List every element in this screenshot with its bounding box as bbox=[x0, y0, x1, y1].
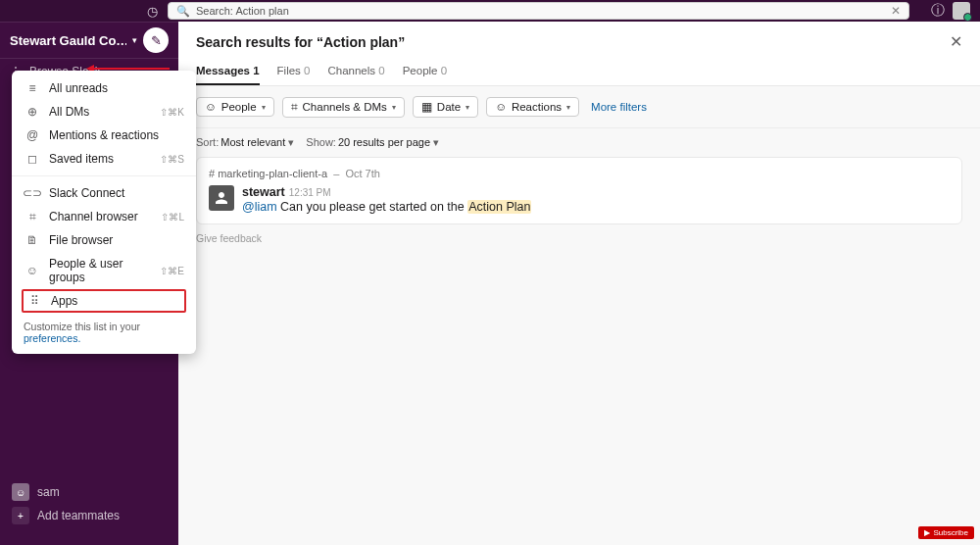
chevron-down-icon: ▾ bbox=[132, 35, 137, 45]
history-icon[interactable]: ◷ bbox=[147, 4, 158, 19]
tab-channels[interactable]: Channels 0 bbox=[327, 61, 384, 85]
plus-icon: + bbox=[12, 507, 29, 524]
list-icon: ≡ bbox=[24, 81, 41, 95]
preferences-link[interactable]: preferences. bbox=[24, 332, 80, 344]
at-icon: @ bbox=[24, 128, 41, 142]
dd-all-unreads[interactable]: ≡All unreads bbox=[12, 76, 196, 100]
search-input[interactable]: 🔍 Search: Action plan ✕ bbox=[168, 2, 909, 20]
filter-channels[interactable]: ⌗Channels & DMs▾ bbox=[282, 97, 405, 118]
connect-icon: ⊂⊃ bbox=[24, 186, 41, 200]
chevron-down-icon: ▾ bbox=[392, 103, 396, 112]
smile-icon: ☺ bbox=[495, 101, 507, 113]
give-feedback[interactable]: Give feedback bbox=[196, 232, 962, 244]
channel-icon: ⌗ bbox=[291, 101, 298, 114]
search-icon: 🔍 bbox=[176, 5, 190, 18]
dd-people[interactable]: ☺People & user groups⇧⌘E bbox=[12, 252, 196, 289]
dd-all-dms[interactable]: ⊕All DMs⇧⌘K bbox=[12, 100, 196, 124]
chevron-down-icon: ▾ bbox=[262, 103, 266, 112]
tab-messages[interactable]: Messages 1 bbox=[196, 61, 260, 85]
filter-reactions[interactable]: ☺Reactions▾ bbox=[486, 97, 579, 117]
mention[interactable]: @liam bbox=[242, 200, 277, 214]
show-control[interactable]: Show:20 results per page ▾ bbox=[306, 136, 439, 149]
dd-mentions[interactable]: @Mentions & reactions bbox=[12, 124, 196, 147]
more-filters[interactable]: More filters bbox=[591, 101, 647, 113]
dd-file-browser[interactable]: 🗎File browser bbox=[12, 228, 196, 252]
clear-search-icon[interactable]: ✕ bbox=[891, 4, 901, 18]
close-icon[interactable]: ✕ bbox=[950, 32, 962, 51]
person-icon: ☺ bbox=[205, 101, 217, 113]
avatar[interactable] bbox=[953, 2, 970, 20]
compose-button[interactable]: ✎ bbox=[143, 27, 169, 53]
dd-channel-browser[interactable]: ⌗Channel browser⇧⌘L bbox=[12, 205, 196, 228]
user-avatar bbox=[209, 185, 234, 211]
youtube-subscribe[interactable]: ▶ Subscribe bbox=[918, 526, 974, 539]
calendar-icon: ▦ bbox=[421, 100, 432, 114]
chevron-down-icon: ▾ bbox=[466, 103, 469, 112]
tab-people[interactable]: People 0 bbox=[403, 61, 447, 85]
hash-icon: ⌗ bbox=[24, 210, 41, 223]
help-icon[interactable]: ⓘ bbox=[931, 2, 945, 20]
annotation-arrow bbox=[93, 68, 170, 70]
search-result[interactable]: # marketing-plan-client-a – Oct 7th stew… bbox=[196, 157, 962, 224]
dd-saved[interactable]: ◻Saved items⇧⌘S bbox=[12, 147, 196, 171]
sort-control[interactable]: Sort:Most relevant ▾ bbox=[196, 136, 294, 149]
user-avatar-icon: ☺ bbox=[12, 483, 29, 501]
dm-icon: ⊕ bbox=[24, 105, 41, 119]
tab-files[interactable]: Files 0 bbox=[277, 61, 311, 85]
bookmark-icon: ◻ bbox=[24, 152, 41, 166]
dd-apps[interactable]: ⠿Apps bbox=[22, 289, 186, 313]
filter-date[interactable]: ▦Date▾ bbox=[413, 96, 478, 118]
workspace-name[interactable]: Stewart Gauld Co… bbox=[10, 33, 126, 48]
add-teammates[interactable]: + Add teammates bbox=[0, 504, 178, 527]
sidebar-item-sam[interactable]: ☺ sam bbox=[0, 480, 178, 504]
results-heading: Search results for “Action plan” bbox=[196, 34, 950, 50]
dd-footer: Customize this list in your preferences. bbox=[12, 313, 196, 344]
dd-slack-connect[interactable]: ⊂⊃Slack Connect bbox=[12, 181, 196, 205]
people-icon: ☺ bbox=[24, 264, 41, 277]
filter-people[interactable]: ☺People▾ bbox=[196, 97, 274, 117]
chevron-down-icon: ▾ bbox=[566, 103, 570, 112]
browse-dropdown: ≡All unreads ⊕All DMs⇧⌘K @Mentions & rea… bbox=[12, 71, 196, 354]
grid-icon: ⠿ bbox=[25, 294, 43, 308]
file-icon: 🗎 bbox=[24, 233, 41, 247]
